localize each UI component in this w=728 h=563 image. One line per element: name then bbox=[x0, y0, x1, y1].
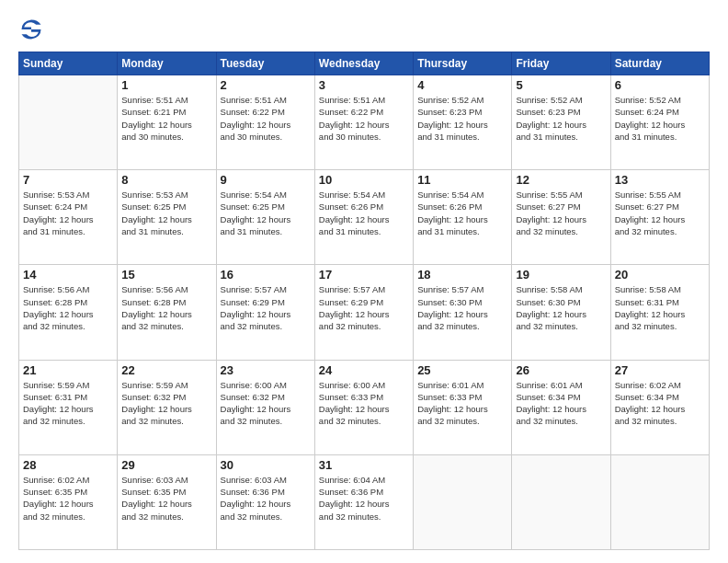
table-row: 8Sunrise: 5:53 AM Sunset: 6:25 PM Daylig… bbox=[118, 170, 216, 265]
day-info: Sunrise: 6:00 AM Sunset: 6:32 PM Dayligh… bbox=[221, 379, 311, 428]
day-number: 3 bbox=[319, 78, 409, 92]
table-row: 4Sunrise: 5:52 AM Sunset: 6:23 PM Daylig… bbox=[414, 75, 512, 170]
day-info: Sunrise: 6:03 AM Sunset: 6:36 PM Dayligh… bbox=[221, 474, 311, 523]
day-info: Sunrise: 5:53 AM Sunset: 6:25 PM Dayligh… bbox=[121, 189, 211, 237]
logo bbox=[18, 17, 48, 42]
day-info: Sunrise: 5:59 AM Sunset: 6:32 PM Dayligh… bbox=[121, 379, 211, 428]
day-number: 10 bbox=[319, 173, 409, 187]
table-row: 23Sunrise: 6:00 AM Sunset: 6:32 PM Dayli… bbox=[216, 360, 314, 454]
table-row: 7Sunrise: 5:53 AM Sunset: 6:24 PM Daylig… bbox=[19, 170, 118, 265]
day-number: 14 bbox=[23, 268, 113, 282]
table-row: 2Sunrise: 5:51 AM Sunset: 6:22 PM Daylig… bbox=[216, 75, 314, 170]
day-info: Sunrise: 6:04 AM Sunset: 6:36 PM Dayligh… bbox=[319, 474, 409, 523]
calendar-week-row: 28Sunrise: 6:02 AM Sunset: 6:35 PM Dayli… bbox=[19, 454, 710, 549]
table-row bbox=[19, 75, 118, 170]
table-row: 21Sunrise: 5:59 AM Sunset: 6:31 PM Dayli… bbox=[19, 360, 118, 454]
table-row: 28Sunrise: 6:02 AM Sunset: 6:35 PM Dayli… bbox=[19, 454, 118, 549]
calendar-week-row: 7Sunrise: 5:53 AM Sunset: 6:24 PM Daylig… bbox=[19, 170, 710, 265]
day-number: 19 bbox=[516, 268, 606, 282]
day-info: Sunrise: 6:02 AM Sunset: 6:34 PM Dayligh… bbox=[615, 379, 705, 428]
table-row: 13Sunrise: 5:55 AM Sunset: 6:27 PM Dayli… bbox=[610, 170, 709, 265]
day-info: Sunrise: 6:01 AM Sunset: 6:33 PM Dayligh… bbox=[417, 379, 507, 428]
table-row: 25Sunrise: 6:01 AM Sunset: 6:33 PM Dayli… bbox=[414, 360, 512, 454]
col-monday: Monday bbox=[118, 52, 216, 75]
day-number: 24 bbox=[319, 363, 409, 377]
table-row: 11Sunrise: 5:54 AM Sunset: 6:26 PM Dayli… bbox=[414, 170, 512, 265]
day-number: 6 bbox=[615, 78, 705, 92]
day-number: 27 bbox=[615, 363, 705, 377]
table-row: 15Sunrise: 5:56 AM Sunset: 6:28 PM Dayli… bbox=[118, 265, 216, 360]
day-number: 11 bbox=[417, 173, 507, 187]
header bbox=[18, 17, 710, 42]
day-info: Sunrise: 5:51 AM Sunset: 6:22 PM Dayligh… bbox=[319, 94, 409, 143]
day-info: Sunrise: 5:52 AM Sunset: 6:23 PM Dayligh… bbox=[417, 94, 507, 143]
day-number: 7 bbox=[23, 173, 113, 187]
day-info: Sunrise: 5:58 AM Sunset: 6:31 PM Dayligh… bbox=[615, 283, 705, 332]
day-number: 16 bbox=[221, 268, 311, 282]
day-number: 23 bbox=[221, 363, 311, 377]
day-info: Sunrise: 6:00 AM Sunset: 6:33 PM Dayligh… bbox=[319, 379, 409, 428]
day-info: Sunrise: 6:03 AM Sunset: 6:35 PM Dayligh… bbox=[121, 474, 211, 523]
table-row: 14Sunrise: 5:56 AM Sunset: 6:28 PM Dayli… bbox=[19, 265, 118, 360]
logo-icon bbox=[18, 17, 44, 42]
day-info: Sunrise: 5:51 AM Sunset: 6:21 PM Dayligh… bbox=[121, 94, 211, 143]
col-friday: Friday bbox=[512, 52, 610, 75]
table-row: 10Sunrise: 5:54 AM Sunset: 6:26 PM Dayli… bbox=[314, 170, 413, 265]
day-info: Sunrise: 5:54 AM Sunset: 6:25 PM Dayligh… bbox=[221, 189, 311, 237]
col-wednesday: Wednesday bbox=[314, 52, 413, 75]
table-row: 19Sunrise: 5:58 AM Sunset: 6:30 PM Dayli… bbox=[512, 265, 610, 360]
table-row: 5Sunrise: 5:52 AM Sunset: 6:23 PM Daylig… bbox=[512, 75, 610, 170]
day-info: Sunrise: 5:56 AM Sunset: 6:28 PM Dayligh… bbox=[23, 283, 113, 332]
day-number: 18 bbox=[417, 268, 507, 282]
col-sunday: Sunday bbox=[19, 52, 118, 75]
day-number: 21 bbox=[23, 363, 113, 377]
day-info: Sunrise: 5:52 AM Sunset: 6:24 PM Dayligh… bbox=[615, 94, 705, 143]
day-number: 9 bbox=[221, 173, 311, 187]
day-info: Sunrise: 5:53 AM Sunset: 6:24 PM Dayligh… bbox=[23, 189, 113, 237]
calendar-week-row: 21Sunrise: 5:59 AM Sunset: 6:31 PM Dayli… bbox=[19, 360, 710, 454]
calendar-week-row: 14Sunrise: 5:56 AM Sunset: 6:28 PM Dayli… bbox=[19, 265, 710, 360]
day-info: Sunrise: 5:52 AM Sunset: 6:23 PM Dayligh… bbox=[516, 94, 606, 143]
day-number: 1 bbox=[121, 78, 211, 92]
table-row: 16Sunrise: 5:57 AM Sunset: 6:29 PM Dayli… bbox=[216, 265, 314, 360]
table-row bbox=[610, 454, 709, 549]
table-row: 6Sunrise: 5:52 AM Sunset: 6:24 PM Daylig… bbox=[610, 75, 709, 170]
table-row: 30Sunrise: 6:03 AM Sunset: 6:36 PM Dayli… bbox=[216, 454, 314, 549]
col-saturday: Saturday bbox=[610, 52, 709, 75]
day-number: 2 bbox=[221, 78, 311, 92]
day-info: Sunrise: 5:55 AM Sunset: 6:27 PM Dayligh… bbox=[516, 189, 606, 237]
day-number: 4 bbox=[417, 78, 507, 92]
day-info: Sunrise: 5:58 AM Sunset: 6:30 PM Dayligh… bbox=[516, 283, 606, 332]
table-row: 18Sunrise: 5:57 AM Sunset: 6:30 PM Dayli… bbox=[414, 265, 512, 360]
calendar-table: Sunday Monday Tuesday Wednesday Thursday… bbox=[18, 52, 710, 550]
table-row bbox=[414, 454, 512, 549]
page: Sunday Monday Tuesday Wednesday Thursday… bbox=[0, 0, 728, 563]
day-number: 31 bbox=[319, 458, 409, 472]
day-number: 28 bbox=[23, 458, 113, 472]
day-number: 22 bbox=[121, 363, 211, 377]
table-row: 3Sunrise: 5:51 AM Sunset: 6:22 PM Daylig… bbox=[314, 75, 413, 170]
table-row: 20Sunrise: 5:58 AM Sunset: 6:31 PM Dayli… bbox=[610, 265, 709, 360]
day-info: Sunrise: 5:54 AM Sunset: 6:26 PM Dayligh… bbox=[417, 189, 507, 237]
table-row: 29Sunrise: 6:03 AM Sunset: 6:35 PM Dayli… bbox=[118, 454, 216, 549]
day-number: 13 bbox=[615, 173, 705, 187]
col-thursday: Thursday bbox=[414, 52, 512, 75]
table-row: 12Sunrise: 5:55 AM Sunset: 6:27 PM Dayli… bbox=[512, 170, 610, 265]
table-row: 26Sunrise: 6:01 AM Sunset: 6:34 PM Dayli… bbox=[512, 360, 610, 454]
day-info: Sunrise: 6:01 AM Sunset: 6:34 PM Dayligh… bbox=[516, 379, 606, 428]
day-info: Sunrise: 5:55 AM Sunset: 6:27 PM Dayligh… bbox=[615, 189, 705, 237]
table-row: 9Sunrise: 5:54 AM Sunset: 6:25 PM Daylig… bbox=[216, 170, 314, 265]
day-number: 5 bbox=[516, 78, 606, 92]
calendar-week-row: 1Sunrise: 5:51 AM Sunset: 6:21 PM Daylig… bbox=[19, 75, 710, 170]
day-info: Sunrise: 5:54 AM Sunset: 6:26 PM Dayligh… bbox=[319, 189, 409, 237]
day-number: 20 bbox=[615, 268, 705, 282]
table-row: 22Sunrise: 5:59 AM Sunset: 6:32 PM Dayli… bbox=[118, 360, 216, 454]
table-row: 1Sunrise: 5:51 AM Sunset: 6:21 PM Daylig… bbox=[118, 75, 216, 170]
day-info: Sunrise: 5:57 AM Sunset: 6:29 PM Dayligh… bbox=[221, 283, 311, 332]
table-row: 31Sunrise: 6:04 AM Sunset: 6:36 PM Dayli… bbox=[314, 454, 413, 549]
day-info: Sunrise: 5:57 AM Sunset: 6:29 PM Dayligh… bbox=[319, 283, 409, 332]
table-row: 27Sunrise: 6:02 AM Sunset: 6:34 PM Dayli… bbox=[610, 360, 709, 454]
day-number: 8 bbox=[121, 173, 211, 187]
day-number: 29 bbox=[121, 458, 211, 472]
col-tuesday: Tuesday bbox=[216, 52, 314, 75]
